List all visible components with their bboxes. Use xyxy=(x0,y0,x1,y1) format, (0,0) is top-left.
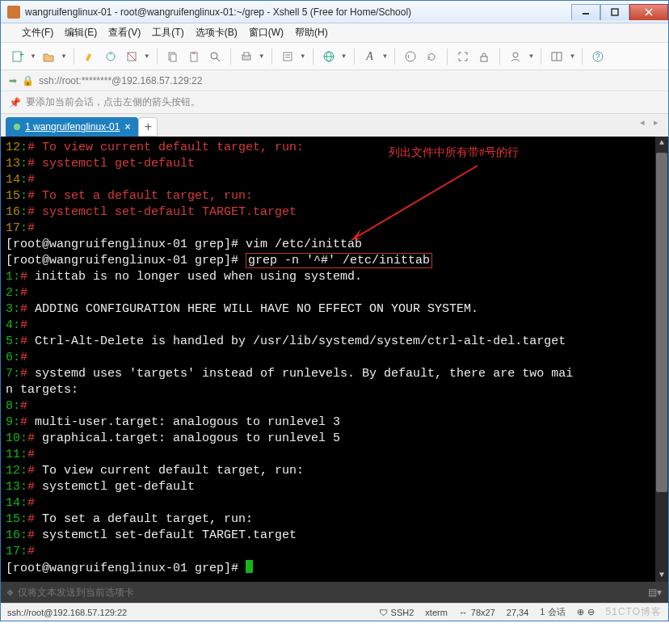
svg-text:?: ? xyxy=(595,53,600,61)
menu-tools[interactable]: 工具(T) xyxy=(147,23,188,42)
menu-file[interactable]: 文件(F) xyxy=(17,23,58,42)
separator xyxy=(157,48,158,65)
globe-icon[interactable] xyxy=(320,48,338,65)
tab-nav-arrows[interactable]: ◂ ▸ xyxy=(640,117,662,128)
pin-icon[interactable]: 📌 xyxy=(9,97,21,108)
toolbar: +▼ ▼ ▼ ▼ ▼ ▼ A▼ ▼ ▼ ? xyxy=(1,43,668,70)
app-icon xyxy=(7,6,20,19)
svg-rect-10 xyxy=(170,54,176,61)
separator xyxy=(447,48,448,65)
separator xyxy=(271,48,272,65)
user-icon[interactable] xyxy=(507,48,524,65)
copy-icon[interactable] xyxy=(164,48,182,65)
reconnect-icon[interactable] xyxy=(102,48,120,65)
menu-help[interactable]: 帮助(H) xyxy=(290,23,333,42)
status-connection: ssh://root@192.168.57.129:22 xyxy=(7,608,127,617)
resize-icon: ↔ xyxy=(459,608,468,617)
tab-label: 1 wangruifenglinux-01 xyxy=(25,121,120,133)
svg-point-13 xyxy=(211,53,217,59)
minimize-button[interactable] xyxy=(571,4,600,20)
refresh-icon[interactable] xyxy=(423,48,440,65)
svg-point-23 xyxy=(406,52,415,61)
window-title: wangruifenglinux-01 - root@wangruifengli… xyxy=(25,6,411,18)
menu-tab[interactable]: 选项卡(B) xyxy=(191,23,242,42)
terminal-scrollbar[interactable]: ▲ ▼ xyxy=(655,137,668,582)
hint-bar: 📌 要添加当前会话，点击左侧的箭头按钮。 xyxy=(1,91,668,114)
svg-point-25 xyxy=(513,53,518,57)
shield-icon: 🛡 xyxy=(379,608,388,617)
status-size: ↔78x27 xyxy=(459,608,495,617)
status-dot-icon xyxy=(14,124,20,130)
arrow-in-icon[interactable]: ➡ xyxy=(9,75,17,86)
svg-rect-16 xyxy=(244,53,249,56)
separator xyxy=(541,48,541,65)
scroll-thumb[interactable] xyxy=(656,153,667,492)
search-icon[interactable] xyxy=(206,48,224,65)
separator xyxy=(313,48,313,65)
svg-text:+: + xyxy=(19,50,24,59)
svg-line-8 xyxy=(128,53,136,61)
plus-icon[interactable]: ⊕ xyxy=(577,607,584,617)
status-pos: 27,34 xyxy=(507,608,529,617)
lock-small-icon: 🔒 xyxy=(22,75,34,86)
scroll-up-icon[interactable]: ▲ xyxy=(655,137,668,149)
properties-icon[interactable] xyxy=(279,48,297,65)
separator xyxy=(499,48,500,65)
maximize-button[interactable] xyxy=(600,4,629,20)
menu-edit[interactable]: 编辑(E) xyxy=(60,23,102,42)
print-icon[interactable] xyxy=(238,48,255,65)
tab-add-button[interactable]: + xyxy=(138,117,158,137)
svg-rect-12 xyxy=(192,52,196,54)
disconnect-icon[interactable] xyxy=(123,48,141,65)
separator xyxy=(354,48,355,65)
highlight-icon[interactable] xyxy=(81,48,99,65)
layout-icon[interactable] xyxy=(548,48,566,65)
fullscreen-icon[interactable] xyxy=(454,48,472,65)
cursor xyxy=(246,560,253,573)
tab-session-1[interactable]: 1 wangruifenglinux-01 × xyxy=(6,117,138,137)
svg-rect-17 xyxy=(284,53,292,61)
session-tabs: 1 wangruifenglinux-01 × + ◂ ▸ xyxy=(1,114,668,137)
send-bar: ⎆ ▤▾ xyxy=(1,582,668,603)
status-ssh: 🛡SSH2 xyxy=(379,608,414,617)
svg-rect-1 xyxy=(612,9,618,15)
address-input[interactable] xyxy=(39,75,660,86)
send-target-icon[interactable]: ▤▾ xyxy=(648,587,662,598)
highlighted-command: grep -n '^#' /etc/inittab xyxy=(246,253,432,268)
encoding-icon[interactable] xyxy=(402,48,419,65)
menu-window[interactable]: 窗口(W) xyxy=(244,23,288,42)
help-icon[interactable]: ? xyxy=(589,48,607,65)
separator xyxy=(582,48,583,65)
close-button[interactable] xyxy=(629,4,668,20)
minus-icon[interactable]: ⊖ xyxy=(587,607,595,617)
address-bar: ➡ 🔒 xyxy=(1,70,668,91)
window-titlebar: wangruifenglinux-01 - root@wangruifengli… xyxy=(1,1,668,23)
font-icon[interactable]: A xyxy=(361,48,379,65)
watermark-text: 51CTO博客 xyxy=(606,605,662,619)
menubar: 文件(F) 编辑(E) 查看(V) 工具(T) 选项卡(B) 窗口(W) 帮助(… xyxy=(1,23,668,43)
separator xyxy=(74,48,74,65)
status-term: xterm xyxy=(425,608,448,617)
svg-line-14 xyxy=(217,58,220,61)
tab-close-icon[interactable]: × xyxy=(124,121,130,133)
send-icon[interactable]: ⎆ xyxy=(7,587,13,598)
terminal-viewport[interactable]: 12:# To view current default target, run… xyxy=(1,137,668,582)
scroll-down-icon[interactable]: ▼ xyxy=(655,569,668,582)
paste-icon[interactable] xyxy=(185,48,203,65)
menu-view[interactable]: 查看(V) xyxy=(103,23,145,42)
status-bar: ssh://root@192.168.57.129:22 🛡SSH2 xterm… xyxy=(1,603,668,621)
open-icon[interactable] xyxy=(40,48,57,65)
separator xyxy=(394,48,395,65)
svg-rect-24 xyxy=(481,57,487,61)
lock-icon[interactable] xyxy=(475,48,493,65)
send-input[interactable] xyxy=(18,587,643,598)
hint-text: 要添加当前会话，点击左侧的箭头按钮。 xyxy=(26,95,200,109)
new-session-icon[interactable]: + xyxy=(9,48,27,65)
status-sessions: 1 会话 xyxy=(540,606,565,618)
separator xyxy=(230,48,231,65)
